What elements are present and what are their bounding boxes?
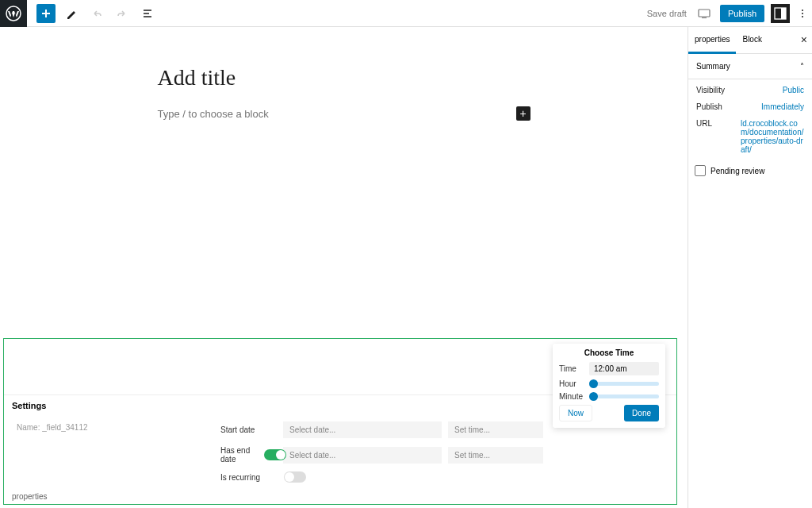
add-block-button[interactable] [36,4,56,23]
svg-rect-1 [699,10,710,17]
settings-sidebar: properties Block × Summary ˄ Visibility … [688,27,812,508]
publish-button[interactable]: Publish [720,5,764,22]
time-picker-popup: Choose Time Time 12:00 am Hour Minute No… [553,344,665,428]
is-recurring-label: Is recurring [220,473,284,482]
time-label: Time [559,364,589,373]
hour-slider[interactable] [589,382,659,386]
hour-label: Hour [559,379,589,388]
hour-slider-thumb[interactable] [589,379,598,388]
sidebar-tabs: properties Block × [688,27,812,54]
more-options-button[interactable] [793,4,812,23]
has-end-date-label: Has end date [220,446,264,464]
time-picker-title: Choose Time [559,348,659,357]
settings-section-title: Settings [12,401,46,410]
chevron-up-icon: ˄ [800,62,804,71]
bottom-properties-label: properties [12,492,47,501]
field-name-text: Name: _field_34112 [17,423,88,432]
edit-mode-icon[interactable] [62,4,81,23]
now-button[interactable]: Now [559,405,592,421]
document-outline-icon[interactable] [138,4,157,23]
start-time-input[interactable]: Set time... [448,421,543,438]
publish-label: Publish [696,102,722,111]
visibility-label: Visibility [696,86,725,94]
time-value-input[interactable]: 12:00 am [589,362,659,375]
property-rows: Start date Select date... Set time... Ha… [220,421,550,491]
summary-title: Summary [696,62,730,71]
minute-label: Minute [559,392,589,401]
editor-toolbar: Save draft Publish [0,0,812,27]
visibility-value[interactable]: Public [783,86,804,94]
close-sidebar-button[interactable]: × [801,33,807,46]
wordpress-logo[interactable] [0,0,27,27]
is-recurring-toggle[interactable] [284,471,306,483]
post-title-input[interactable]: Add title [158,65,530,90]
svg-rect-4 [781,8,786,19]
pending-review-label: Pending review [710,167,764,175]
block-placeholder-text[interactable]: Type / to choose a block [158,108,269,120]
undo-icon[interactable] [87,4,106,23]
summary-panel-body: Visibility Public Publish Immediately UR… [688,79,812,186]
url-label: URL [696,119,712,154]
publish-value[interactable]: Immediately [761,102,804,111]
done-button[interactable]: Done [624,405,659,421]
field-settings-panel: Choose Time Time 12:00 am Hour Minute No… [3,338,677,505]
svg-rect-2 [702,17,707,18]
has-end-date-toggle[interactable] [264,449,286,460]
settings-panel-toggle[interactable] [771,4,790,23]
summary-panel-header[interactable]: Summary ˄ [688,54,812,79]
redo-icon[interactable] [113,4,132,23]
save-draft-button[interactable]: Save draft [647,9,687,18]
minute-slider[interactable] [589,394,659,398]
minute-slider-thumb[interactable] [589,392,598,401]
start-date-label: Start date [220,425,283,434]
start-date-input[interactable]: Select date... [283,421,442,438]
preview-button[interactable] [695,4,714,23]
tab-block[interactable]: Block [736,27,768,53]
url-value[interactable]: ld.crocoblock.com/documentation/properti… [741,119,804,154]
end-time-input[interactable]: Set time... [448,447,543,464]
end-date-input[interactable]: Select date... [283,447,442,464]
inline-add-block-button[interactable]: + [516,106,530,121]
pending-review-checkbox[interactable] [695,165,706,176]
tab-properties[interactable]: properties [688,27,736,54]
